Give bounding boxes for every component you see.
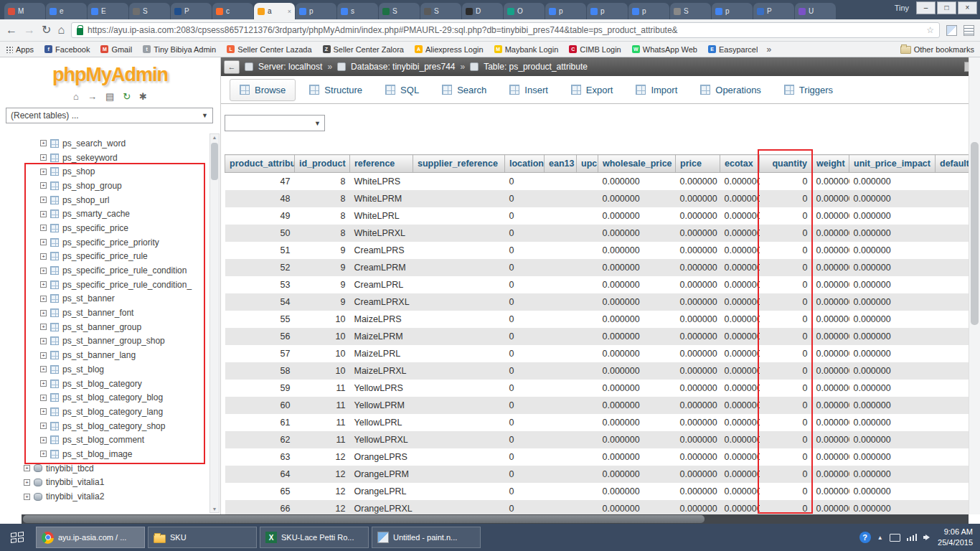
recent-tables-select[interactable]: (Recent tables) ... ▼ bbox=[6, 108, 213, 123]
extension-page-icon[interactable] bbox=[946, 25, 957, 36]
sidebar-table-item[interactable]: +ps_shop bbox=[0, 164, 220, 179]
browser-tab[interactable]: p bbox=[628, 3, 669, 19]
logout-icon[interactable]: → bbox=[88, 91, 97, 102]
volume-icon[interactable] bbox=[923, 534, 931, 541]
column-header-wholesale_price[interactable]: wholesale_price bbox=[598, 155, 676, 173]
bookmark-star-icon[interactable]: ☆ bbox=[926, 25, 934, 35]
sidebar-table-item[interactable]: +ps_st_banner_lang bbox=[0, 348, 220, 362]
breadcrumb-server[interactable]: Server: localhost bbox=[258, 62, 322, 72]
bookmark-item[interactable]: LSeller Center Lazada bbox=[227, 45, 311, 54]
sidebar-table-item[interactable]: +ps_st_blog bbox=[0, 362, 220, 377]
sidebar-table-item[interactable]: +ps_st_banner_font bbox=[0, 306, 220, 320]
taskbar-item-excel[interactable]: XSKU-Lace Petti Ro... bbox=[260, 527, 369, 548]
tab-search[interactable]: Search bbox=[433, 80, 496, 100]
sidebar-table-item[interactable]: +ps_st_banner bbox=[0, 292, 220, 306]
bookmark-item[interactable]: CCIMB Login bbox=[569, 45, 621, 54]
column-header-upc[interactable]: upc bbox=[577, 155, 598, 173]
browser-tab[interactable]: S bbox=[420, 3, 461, 19]
expand-icon[interactable]: + bbox=[40, 338, 47, 344]
expand-icon[interactable]: + bbox=[24, 479, 30, 486]
sidebar-table-item[interactable]: +ps_shop_group bbox=[0, 179, 220, 193]
column-header-ecotax[interactable]: ecotax bbox=[720, 155, 760, 173]
browser-tab[interactable]: M bbox=[4, 3, 45, 19]
sidebar-table-item[interactable]: +ps_st_blog_category bbox=[0, 377, 220, 391]
expand-icon[interactable]: + bbox=[40, 310, 47, 316]
sidebar-table-item[interactable]: +ps_specific_price_rule_condition bbox=[0, 263, 220, 278]
expand-icon[interactable]: + bbox=[40, 169, 47, 175]
sidebar-table-item[interactable]: +ps_st_blog_comment bbox=[0, 433, 220, 447]
bookmark-item[interactable]: EEasyparcel bbox=[708, 45, 758, 54]
expand-icon[interactable]: + bbox=[40, 239, 47, 245]
home-icon[interactable]: ⌂ bbox=[73, 91, 79, 102]
extension-list-icon[interactable] bbox=[963, 25, 974, 36]
sidebar-table-item[interactable]: +ps_smarty_cache bbox=[0, 207, 220, 221]
reload-icon[interactable]: ↻ bbox=[42, 24, 51, 36]
bookmark-item[interactable]: WWhatsApp Web bbox=[632, 45, 697, 54]
sidebar-table-item[interactable]: +ps_st_blog_category_shop bbox=[0, 419, 220, 433]
breadcrumb-table[interactable]: Table: ps_product_attribute bbox=[484, 62, 588, 72]
tray-expand-icon[interactable]: ▲ bbox=[877, 534, 883, 541]
sidebar-collapse-icon[interactable]: ← bbox=[224, 60, 240, 74]
tab-sql[interactable]: SQL bbox=[376, 80, 428, 100]
expand-icon[interactable]: + bbox=[40, 437, 47, 443]
home-icon[interactable]: ⌂ bbox=[57, 24, 65, 36]
tab-structure[interactable]: Structure bbox=[300, 80, 372, 100]
expand-icon[interactable]: + bbox=[40, 296, 47, 302]
expand-icon[interactable]: + bbox=[40, 154, 47, 161]
expand-icon[interactable]: + bbox=[40, 408, 47, 415]
expand-icon[interactable]: + bbox=[40, 451, 47, 457]
empty-select[interactable]: ▼ bbox=[225, 115, 325, 131]
docs-icon[interactable]: ▤ bbox=[105, 91, 114, 102]
taskbar-item-folder[interactable]: SKU bbox=[148, 527, 257, 548]
expand-icon[interactable]: + bbox=[40, 380, 47, 387]
browser-tab[interactable]: p bbox=[712, 3, 753, 19]
scrollbar-thumb[interactable] bbox=[211, 143, 218, 180]
bookmark-item[interactable]: tTiny Bibiya Admin bbox=[143, 45, 216, 54]
sidebar-table-item[interactable]: +ps_specific_price_rule bbox=[0, 250, 220, 264]
browser-tab[interactable]: S bbox=[129, 3, 170, 19]
browser-tab[interactable]: S bbox=[379, 3, 420, 19]
bookmarks-overflow-chevron[interactable]: » bbox=[766, 44, 771, 55]
browser-tab[interactable]: D bbox=[462, 3, 503, 19]
sidebar-database-item[interactable]: +tinybibi_vitalia1 bbox=[0, 476, 220, 490]
bookmark-item[interactable]: AAliexpress Login bbox=[415, 45, 484, 54]
breadcrumb-database[interactable]: Database: tinybibi_pres744 bbox=[351, 62, 455, 72]
browser-tab[interactable]: P bbox=[753, 3, 794, 19]
taskbar-item-chrome[interactable]: ayu.ip-asia.com / ... bbox=[36, 527, 145, 548]
address-bar[interactable]: https://ayu.ip-asia.com:2083/cpsess86571… bbox=[71, 22, 940, 38]
sidebar-table-item[interactable]: +ps_sekeyword bbox=[0, 151, 220, 165]
sidebar-table-item[interactable]: +ps_specific_price_rule_condition_ bbox=[0, 278, 220, 292]
sidebar-database-item[interactable]: +tinybibi_vitalia2 bbox=[0, 489, 220, 504]
sidebar-table-item[interactable]: +ps_shop_url bbox=[0, 193, 220, 207]
forward-icon[interactable]: → bbox=[24, 24, 35, 36]
expand-icon[interactable]: + bbox=[40, 423, 47, 429]
clock[interactable]: 9:06 AM 25/4/2015 bbox=[938, 527, 973, 548]
bookmark-item[interactable]: ZSeller Center Zalora bbox=[323, 45, 404, 54]
restore-button[interactable]: □ bbox=[937, 1, 956, 14]
network-icon[interactable] bbox=[907, 534, 918, 541]
display-icon[interactable] bbox=[890, 534, 900, 542]
tab-export[interactable]: Export bbox=[562, 80, 623, 100]
column-header-ean13[interactable]: ean13 bbox=[545, 155, 577, 173]
bookmark-item[interactable]: MGmail bbox=[100, 45, 132, 54]
browser-tab[interactable]: P bbox=[171, 3, 212, 19]
sidebar-table-item[interactable]: +ps_st_blog_category_lang bbox=[0, 405, 220, 419]
back-icon[interactable]: ← bbox=[6, 24, 17, 36]
expand-icon[interactable]: + bbox=[40, 352, 47, 359]
sidebar-scrollbar[interactable]: ▲ ▼ bbox=[209, 133, 220, 513]
expand-icon[interactable]: + bbox=[40, 211, 47, 217]
expand-icon[interactable]: + bbox=[40, 140, 47, 146]
tab-triggers[interactable]: Triggers bbox=[775, 80, 842, 100]
browser-tab[interactable]: s bbox=[337, 3, 378, 19]
sidebar-table-item[interactable]: +ps_st_banner_group_shop bbox=[0, 334, 220, 349]
sidebar-database-item[interactable]: +tinybibi_tbcd bbox=[0, 461, 220, 476]
tab-insert[interactable]: Insert bbox=[500, 80, 557, 100]
browser-tab[interactable]: c bbox=[212, 3, 253, 19]
sidebar-table-item[interactable]: +ps_st_banner_group bbox=[0, 320, 220, 334]
refresh-icon[interactable]: ↻ bbox=[123, 91, 131, 102]
minimize-button[interactable]: – bbox=[916, 1, 936, 14]
column-header-unit_price_impact[interactable]: unit_price_impact bbox=[849, 155, 936, 173]
url-text[interactable]: https://ayu.ip-asia.com:2083/cpsess86571… bbox=[88, 25, 922, 35]
bookmark-item[interactable]: Apps bbox=[6, 45, 34, 54]
column-header-location[interactable]: location bbox=[505, 155, 545, 173]
